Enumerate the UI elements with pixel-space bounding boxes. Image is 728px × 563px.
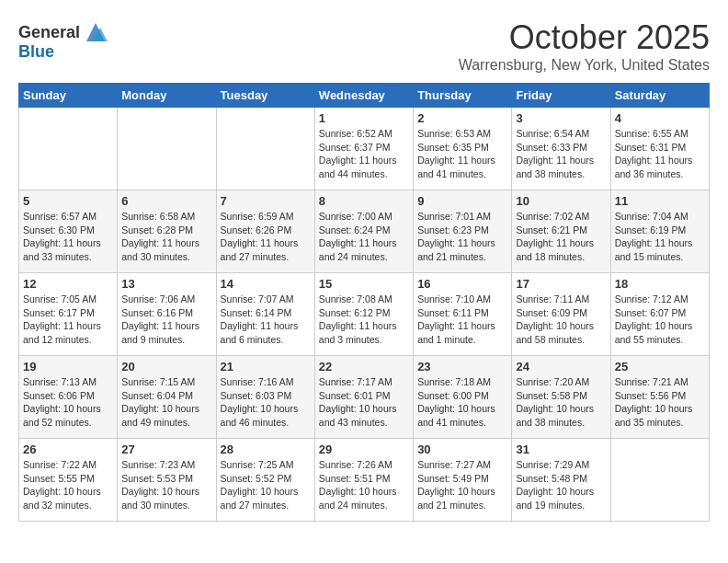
calendar-cell-4-6: 24Sunrise: 7:20 AM Sunset: 5:58 PM Dayli…	[512, 356, 610, 439]
day-number: 15	[319, 277, 409, 291]
day-info: Sunrise: 7:16 AM Sunset: 6:03 PM Dayligh…	[221, 375, 311, 430]
calendar-table: Sunday Monday Tuesday Wednesday Thursday…	[18, 83, 710, 522]
day-number: 10	[516, 194, 606, 208]
header-friday: Friday	[512, 84, 610, 108]
day-number: 19	[23, 360, 113, 373]
calendar-cell-2-3: 7Sunrise: 6:59 AM Sunset: 6:26 PM Daylig…	[216, 190, 314, 273]
day-info: Sunrise: 7:26 AM Sunset: 5:51 PM Dayligh…	[319, 458, 409, 512]
day-number: 11	[615, 194, 705, 208]
day-number: 2	[417, 111, 507, 125]
calendar-cell-2-5: 9Sunrise: 7:01 AM Sunset: 6:23 PM Daylig…	[414, 190, 512, 273]
day-number: 6	[121, 194, 211, 208]
calendar-cell-4-5: 23Sunrise: 7:18 AM Sunset: 6:00 PM Dayli…	[414, 356, 512, 439]
day-info: Sunrise: 7:23 AM Sunset: 5:53 PM Dayligh…	[121, 458, 211, 512]
day-number: 31	[516, 442, 606, 456]
calendar-cell-4-4: 22Sunrise: 7:17 AM Sunset: 6:01 PM Dayli…	[314, 356, 413, 439]
day-info: Sunrise: 7:18 AM Sunset: 6:00 PM Dayligh…	[417, 375, 507, 430]
day-info: Sunrise: 7:07 AM Sunset: 6:14 PM Dayligh…	[221, 293, 311, 347]
day-info: Sunrise: 7:01 AM Sunset: 6:23 PM Dayligh…	[417, 210, 507, 264]
calendar-week-5: 26Sunrise: 7:22 AM Sunset: 5:55 PM Dayli…	[19, 439, 710, 522]
day-info: Sunrise: 7:15 AM Sunset: 6:04 PM Dayligh…	[121, 375, 211, 430]
day-number: 18	[615, 277, 705, 291]
day-info: Sunrise: 7:05 AM Sunset: 6:17 PM Dayligh…	[23, 293, 113, 347]
calendar-cell-1-5: 2Sunrise: 6:53 AM Sunset: 6:35 PM Daylig…	[414, 108, 512, 190]
day-number: 8	[319, 194, 409, 208]
day-number: 9	[417, 194, 507, 208]
day-info: Sunrise: 7:04 AM Sunset: 6:19 PM Dayligh…	[615, 210, 705, 264]
day-number: 3	[516, 111, 606, 125]
day-info: Sunrise: 7:22 AM Sunset: 5:55 PM Dayligh…	[23, 458, 113, 512]
day-number: 1	[319, 111, 409, 125]
day-number: 20	[121, 360, 211, 373]
calendar-cell-3-4: 15Sunrise: 7:08 AM Sunset: 6:12 PM Dayli…	[314, 273, 413, 356]
day-number: 23	[417, 360, 507, 373]
day-number: 4	[615, 111, 705, 125]
title-block: October 2025 Warrensburg, New York, Unit…	[459, 18, 710, 74]
calendar-cell-5-4: 29Sunrise: 7:26 AM Sunset: 5:51 PM Dayli…	[314, 439, 413, 522]
calendar-cell-3-6: 17Sunrise: 7:11 AM Sunset: 6:09 PM Dayli…	[512, 273, 610, 356]
header-thursday: Thursday	[414, 84, 512, 108]
calendar-cell-4-1: 19Sunrise: 7:13 AM Sunset: 6:06 PM Dayli…	[19, 356, 118, 439]
day-info: Sunrise: 7:08 AM Sunset: 6:12 PM Dayligh…	[319, 293, 409, 347]
day-info: Sunrise: 7:17 AM Sunset: 6:01 PM Dayligh…	[319, 375, 409, 430]
calendar-cell-5-5: 30Sunrise: 7:27 AM Sunset: 5:49 PM Dayli…	[414, 439, 512, 522]
calendar-week-1: 1Sunrise: 6:52 AM Sunset: 6:37 PM Daylig…	[19, 108, 710, 190]
day-info: Sunrise: 7:21 AM Sunset: 5:56 PM Dayligh…	[615, 375, 705, 430]
day-info: Sunrise: 6:59 AM Sunset: 6:26 PM Dayligh…	[221, 210, 311, 264]
day-number: 26	[23, 442, 113, 456]
day-number: 24	[516, 360, 606, 373]
day-info: Sunrise: 6:53 AM Sunset: 6:35 PM Dayligh…	[417, 127, 507, 181]
header-saturday: Saturday	[610, 84, 709, 108]
day-info: Sunrise: 6:52 AM Sunset: 6:37 PM Dayligh…	[319, 127, 409, 181]
day-info: Sunrise: 6:57 AM Sunset: 6:30 PM Dayligh…	[23, 210, 113, 264]
calendar-cell-1-4: 1Sunrise: 6:52 AM Sunset: 6:37 PM Daylig…	[314, 108, 413, 190]
day-info: Sunrise: 7:00 AM Sunset: 6:24 PM Dayligh…	[319, 210, 409, 264]
day-number: 13	[121, 277, 211, 291]
day-info: Sunrise: 6:58 AM Sunset: 6:28 PM Dayligh…	[121, 210, 211, 264]
calendar-cell-5-6: 31Sunrise: 7:29 AM Sunset: 5:48 PM Dayli…	[512, 439, 610, 522]
calendar-cell-1-7: 4Sunrise: 6:55 AM Sunset: 6:31 PM Daylig…	[610, 108, 709, 190]
day-info: Sunrise: 7:02 AM Sunset: 6:21 PM Dayligh…	[516, 210, 606, 264]
calendar-cell-5-3: 28Sunrise: 7:25 AM Sunset: 5:52 PM Dayli…	[216, 439, 314, 522]
day-number: 21	[221, 360, 311, 373]
day-number: 28	[221, 442, 311, 456]
header-wednesday: Wednesday	[314, 84, 413, 108]
day-info: Sunrise: 7:11 AM Sunset: 6:09 PM Dayligh…	[516, 293, 606, 347]
calendar-cell-3-2: 13Sunrise: 7:06 AM Sunset: 6:16 PM Dayli…	[118, 273, 216, 356]
logo-blue-text: Blue	[18, 42, 54, 62]
calendar-header-row: Sunday Monday Tuesday Wednesday Thursday…	[19, 84, 710, 108]
day-info: Sunrise: 7:10 AM Sunset: 6:11 PM Dayligh…	[417, 293, 507, 347]
day-info: Sunrise: 7:20 AM Sunset: 5:58 PM Dayligh…	[516, 375, 606, 430]
day-info: Sunrise: 6:54 AM Sunset: 6:33 PM Dayligh…	[516, 127, 606, 181]
calendar-cell-5-2: 27Sunrise: 7:23 AM Sunset: 5:53 PM Dayli…	[118, 439, 216, 522]
day-number: 27	[121, 442, 211, 456]
calendar-cell-2-4: 8Sunrise: 7:00 AM Sunset: 6:24 PM Daylig…	[314, 190, 413, 273]
calendar-cell-1-2	[118, 108, 216, 190]
day-number: 7	[221, 194, 311, 208]
location-text: Warrensburg, New York, United States	[459, 57, 710, 74]
calendar-cell-2-6: 10Sunrise: 7:02 AM Sunset: 6:21 PM Dayli…	[512, 190, 610, 273]
day-number: 16	[417, 277, 507, 291]
calendar-cell-2-7: 11Sunrise: 7:04 AM Sunset: 6:19 PM Dayli…	[610, 190, 709, 273]
month-title: October 2025	[459, 18, 710, 57]
day-info: Sunrise: 6:55 AM Sunset: 6:31 PM Dayligh…	[615, 127, 705, 181]
day-number: 25	[615, 360, 705, 373]
calendar-week-4: 19Sunrise: 7:13 AM Sunset: 6:06 PM Dayli…	[19, 356, 710, 439]
calendar-cell-3-5: 16Sunrise: 7:10 AM Sunset: 6:11 PM Dayli…	[414, 273, 512, 356]
day-number: 22	[319, 360, 409, 373]
day-info: Sunrise: 7:06 AM Sunset: 6:16 PM Dayligh…	[121, 293, 211, 347]
day-info: Sunrise: 7:27 AM Sunset: 5:49 PM Dayligh…	[417, 458, 507, 512]
calendar-cell-1-1	[19, 108, 118, 190]
day-number: 29	[319, 442, 409, 456]
calendar-cell-3-7: 18Sunrise: 7:12 AM Sunset: 6:07 PM Dayli…	[610, 273, 709, 356]
calendar-cell-4-3: 21Sunrise: 7:16 AM Sunset: 6:03 PM Dayli…	[216, 356, 314, 439]
day-info: Sunrise: 7:25 AM Sunset: 5:52 PM Dayligh…	[221, 458, 311, 512]
day-info: Sunrise: 7:12 AM Sunset: 6:07 PM Dayligh…	[615, 293, 705, 347]
calendar-cell-4-7: 25Sunrise: 7:21 AM Sunset: 5:56 PM Dayli…	[610, 356, 709, 439]
header-tuesday: Tuesday	[216, 84, 314, 108]
calendar-cell-2-1: 5Sunrise: 6:57 AM Sunset: 6:30 PM Daylig…	[19, 190, 118, 273]
day-number: 12	[23, 277, 113, 291]
calendar-cell-3-3: 14Sunrise: 7:07 AM Sunset: 6:14 PM Dayli…	[216, 273, 314, 356]
calendar-cell-4-2: 20Sunrise: 7:15 AM Sunset: 6:04 PM Dayli…	[118, 356, 216, 439]
logo: General Blue	[18, 18, 109, 62]
